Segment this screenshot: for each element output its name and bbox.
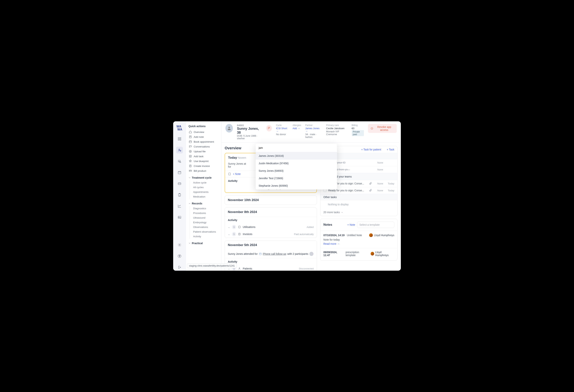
nov5-activity: Activity xyxy=(225,258,317,265)
author-avatar xyxy=(370,252,374,256)
attend-link[interactable]: Phone call follow-up xyxy=(263,252,286,255)
tasks-empty: Nothing to display xyxy=(320,200,397,208)
partner-link[interactable]: James Jones → xyxy=(305,127,322,133)
svg-rect-2 xyxy=(178,139,179,140)
search-popup: James Jones (30316) Justin Medication (9… xyxy=(256,144,337,189)
utilisation-icon xyxy=(238,226,241,228)
nav-help-icon[interactable]: ? xyxy=(176,253,183,259)
allergies-add[interactable]: Add → xyxy=(293,127,301,130)
search-input[interactable] xyxy=(256,144,337,152)
qa-overview[interactable]: Overview xyxy=(188,129,219,134)
nav-card-icon[interactable] xyxy=(176,180,183,187)
partner-meta: 34 · male · he/him xyxy=(305,133,322,139)
svg-rect-7 xyxy=(178,183,181,185)
participant-avatar xyxy=(309,252,313,256)
add-note[interactable]: + Note xyxy=(347,223,355,226)
attachment-icon xyxy=(369,182,372,185)
sub-procedures[interactable]: Procedures xyxy=(190,211,219,215)
patient-header: 64693 Sunny Jones, 38 DOB: 5 June 1986 ·… xyxy=(221,121,401,143)
sub-ultrasound[interactable]: Ultrasound xyxy=(190,215,219,220)
day-card-nov10: November 10th 2024 xyxy=(225,195,317,205)
nav-analytics-icon[interactable] xyxy=(176,203,183,209)
qa-use-blueprint[interactable]: Use blueprint xyxy=(188,159,219,164)
sub-all-cycles[interactable]: All cycles xyxy=(190,185,219,190)
search-result[interactable]: Stephanie Jones (60990) xyxy=(256,182,337,189)
nav-calendar-icon[interactable] xyxy=(176,169,183,176)
add-task[interactable]: + Task xyxy=(387,148,394,151)
qa-add-task[interactable]: Add task xyxy=(188,154,219,159)
cycle-label: Cycle xyxy=(276,124,288,126)
search-result[interactable]: Jennifer Test (72669) xyxy=(256,175,337,182)
svg-point-26 xyxy=(239,268,240,268)
add-note-link[interactable]: + Note xyxy=(233,172,241,175)
revoke-access-button[interactable]: Revoke app access xyxy=(368,124,397,133)
cycle-link[interactable]: ICSI Short → xyxy=(276,127,288,133)
sub-active-cycle[interactable]: Active cycle xyxy=(190,180,219,185)
chevron-down-icon[interactable]: ⌄ xyxy=(228,233,230,236)
flag-button[interactable] xyxy=(266,125,272,131)
nav-image-icon[interactable] xyxy=(176,214,183,221)
svg-rect-18 xyxy=(189,155,191,157)
search-result[interactable]: Sunny Jones (64693) xyxy=(256,167,337,175)
svg-rect-16 xyxy=(189,141,191,143)
add-task-patient[interactable]: + Task for patient xyxy=(361,148,381,151)
qa-create-invoice[interactable]: Create invoice xyxy=(188,164,219,168)
note-icon xyxy=(228,172,231,175)
nov5-title: November 5th 2024 xyxy=(228,243,257,247)
nav-patients-icon[interactable] xyxy=(176,147,183,153)
nav-logout-icon[interactable] xyxy=(176,264,183,271)
sub-patient-observations[interactable]: Patient observations xyxy=(190,229,219,234)
nav-dashboard-icon[interactable] xyxy=(176,136,183,142)
template-select[interactable]: Select a template xyxy=(357,222,394,228)
nov8-row-invoices[interactable]: ⌄ 1 Invoices Paid automatically xyxy=(225,230,317,238)
attend-prefix: Sunny Jones attended for xyxy=(228,252,258,255)
nov10-title: November 10th 2024 xyxy=(228,198,259,202)
billing-label: Billing xyxy=(352,124,364,126)
qa-conversations[interactable]: Conversations xyxy=(188,144,219,149)
cycle-donor: No donor xyxy=(276,133,288,136)
sub-observations[interactable]: Observations xyxy=(190,225,219,229)
section-records[interactable]: Records xyxy=(188,202,219,205)
svg-rect-3 xyxy=(180,139,181,140)
more-tasks-link[interactable]: 20 more tasks → xyxy=(320,208,397,216)
nov5-row-patients[interactable]: ⌄ 1 Patients Disconnected xyxy=(225,265,317,271)
note-item[interactable]: 07/10/2024, 14:19 Untitled Note Lloyd Hu… xyxy=(320,230,397,248)
section-treatment-cycle[interactable]: Treatment cycle xyxy=(188,176,219,179)
nov8-title: November 8th 2024 xyxy=(228,210,257,214)
read-more-link[interactable]: Read more → xyxy=(323,242,394,245)
nav-chat-icon[interactable] xyxy=(176,158,183,165)
search-result[interactable]: Justin Medication (97458) xyxy=(256,160,337,167)
chevron-down-icon[interactable]: ⌄ xyxy=(228,226,230,228)
app-window: WA WA ? Quick actions Overview Add note … xyxy=(173,121,401,271)
note-item[interactable]: 09/09/2024, 11:47 prescription template … xyxy=(320,248,397,260)
sub-medication[interactable]: Medication xyxy=(190,194,219,199)
svg-rect-23 xyxy=(239,226,240,228)
nav-settings-icon[interactable] xyxy=(176,242,183,248)
qa-upload-file[interactable]: Upload file xyxy=(188,149,219,154)
nov8-row-utilisations[interactable]: ⌄ 1 Utilisations Added xyxy=(225,224,317,230)
qa-book-appointment[interactable]: Book appointment xyxy=(188,139,219,144)
svg-rect-6 xyxy=(178,171,181,174)
allergies-label: Allergies xyxy=(293,124,301,126)
primary-label: Primary care xyxy=(326,124,348,126)
nav-clipboard-icon[interactable] xyxy=(176,191,183,198)
patient-icon xyxy=(238,267,241,270)
sub-activity[interactable]: Activity xyxy=(190,234,219,239)
invoice-icon xyxy=(238,233,241,236)
svg-rect-22 xyxy=(229,173,230,175)
search-result[interactable]: James Jones (30316) xyxy=(256,152,337,160)
patient-avatar[interactable] xyxy=(226,124,233,133)
day-card-nov8: November 8th 2024 Activity ⌄ 1 Utilisati… xyxy=(225,207,317,238)
sub-appointments[interactable]: Appointments xyxy=(190,190,219,194)
primary-clinic: Monash IVF Cremorne xyxy=(326,130,348,136)
attachment-icon xyxy=(369,189,372,192)
qa-add-note[interactable]: Add note xyxy=(188,134,219,139)
sub-diagnostics[interactable]: Diagnostics xyxy=(190,206,219,211)
qa-bill-product[interactable]: Bill product xyxy=(188,168,219,173)
section-practical[interactable]: Practical xyxy=(188,242,219,245)
icon-sidebar: WA WA ? xyxy=(173,121,186,271)
primary-name: Cecilie Jakobsen xyxy=(326,127,348,130)
patient-id: 64693 xyxy=(237,124,262,127)
notes-title: Notes xyxy=(323,223,332,227)
sub-embryology[interactable]: Embryology xyxy=(190,220,219,225)
